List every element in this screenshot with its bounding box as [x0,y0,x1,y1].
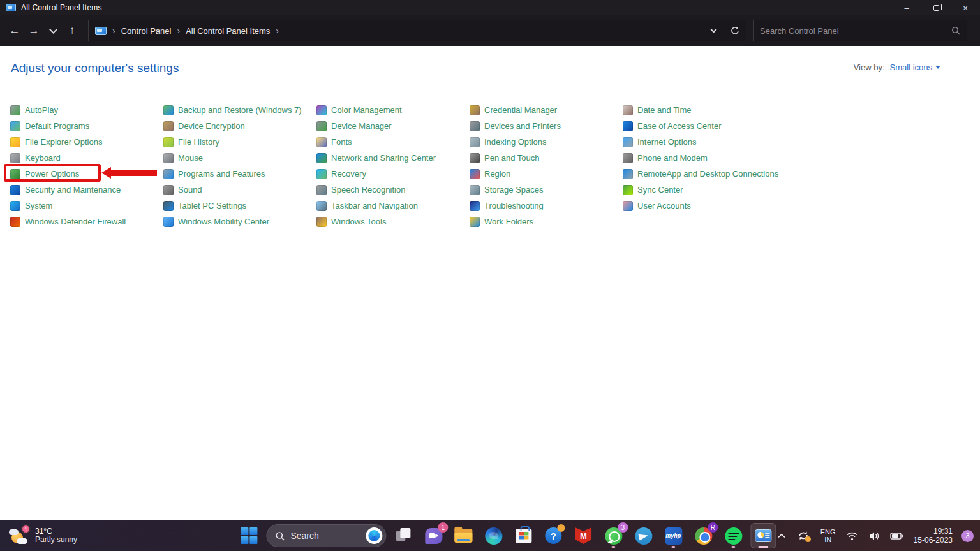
control-panel-item-file-history[interactable]: File History [163,134,311,150]
item-label: Troubleshooting [484,201,544,210]
control-panel-item-windows-tools[interactable]: Windows Tools [316,214,464,230]
file-explorer-button[interactable] [450,523,476,548]
control-panel-item-phone-and-modem[interactable]: Phone and Modem [623,150,771,166]
control-panel-item-ease-of-access-center[interactable]: Ease of Access Center [623,118,771,134]
control-panel-item-device-encryption[interactable]: Device Encryption [163,118,311,134]
battery-button[interactable] [887,523,907,548]
sync-status-button[interactable] [793,523,813,548]
control-panel-item-devices-and-printers[interactable]: Devices and Printers [470,118,618,134]
taskbar-search-label: Search [290,531,360,541]
edge-button[interactable] [480,523,506,548]
breadcrumb-all-items[interactable]: All Control Panel Items [186,26,270,36]
language-switcher[interactable]: ENG IN [817,523,839,548]
recent-pages-button[interactable] [43,21,63,40]
myhp-button[interactable]: myhp [660,523,686,548]
control-panel-item-credential-manager[interactable]: Credential Manager [470,102,618,118]
window-titlebar: All Control Panel Items – × [0,0,980,15]
address-bar[interactable]: › Control Panel › All Control Panel Item… [88,20,746,41]
weather-widget[interactable]: 1 31°C Partly sunny [9,527,149,545]
control-panel-item-storage-spaces[interactable]: Storage Spaces [470,182,618,198]
view-by-label: View by: [854,62,885,72]
minimize-button[interactable]: – [892,0,921,15]
control-panel-item-backup-and-restore-windows-7-[interactable]: Backup and Restore (Windows 7) [163,102,311,118]
partly-sunny-icon: 1 [9,527,29,545]
mouse-icon [163,153,174,163]
item-label: Work Folders [484,217,533,226]
control-panel-item-windows-defender-firewall[interactable]: Windows Defender Firewall [10,214,158,230]
control-panel-item-taskbar-and-navigation[interactable]: Taskbar and Navigation [316,198,464,214]
up-button[interactable]: ↑ [63,21,82,40]
control-panel-item-programs-and-features[interactable]: Programs and Features [163,166,311,182]
teams-chat-button[interactable]: 1 [420,523,446,548]
credential-manager-icon [470,105,480,115]
control-panel-item-autoplay[interactable]: AutoPlay [10,102,158,118]
network-and-sharing-center-icon [316,153,327,163]
speech-recognition-icon [316,185,327,195]
restore-button[interactable] [921,0,951,15]
control-panel-item-troubleshooting[interactable]: Troubleshooting [470,198,618,214]
running-indicator [671,546,675,548]
control-panel-search[interactable] [753,20,967,41]
control-panel-item-region[interactable]: Region [470,166,618,182]
task-view-button[interactable] [390,523,416,548]
control-panel-item-windows-mobility-center[interactable]: Windows Mobility Center [163,214,311,230]
system-tray: ENG IN 19:31 15-06-2023 3 [774,523,974,548]
start-button[interactable] [236,523,262,548]
view-by-dropdown[interactable]: Small icons [890,62,940,72]
weather-badge: 1 [21,524,31,534]
control-panel-item-security-and-maintenance[interactable]: Security and Maintenance [10,182,158,198]
control-panel-item-mouse[interactable]: Mouse [163,150,311,166]
back-button[interactable]: ← [5,21,24,40]
chrome-button[interactable]: R [690,523,716,548]
close-button[interactable]: × [951,0,980,15]
control-panel-item-default-programs[interactable]: Default Programs [10,118,158,134]
control-panel-item-sound[interactable]: Sound [163,182,311,198]
control-panel-item-date-and-time[interactable]: Date and Time [623,102,771,118]
control-panel-item-tablet-pc-settings[interactable]: Tablet PC Settings [163,198,311,214]
control-panel-item-recovery[interactable]: Recovery [316,166,464,182]
control-panel-item-fonts[interactable]: Fonts [316,134,464,150]
breadcrumb-separator: › [112,26,115,36]
chevron-down-icon [710,26,716,33]
control-panel-item-system[interactable]: System [10,198,158,214]
telegram-button[interactable] [630,523,656,548]
refresh-button[interactable] [724,20,746,41]
control-panel-item-device-manager[interactable]: Device Manager [316,118,464,134]
control-panel-item-remoteapp-and-desktop-connections[interactable]: RemoteApp and Desktop Connections [623,166,771,182]
wifi-button[interactable] [843,523,861,548]
chevron-down-icon [49,26,57,34]
item-label: Region [484,169,510,179]
items-column-5: Date and TimeEase of Access CenterIntern… [623,102,771,214]
control-panel-item-work-folders[interactable]: Work Folders [470,214,618,230]
control-panel-item-sync-center[interactable]: Sync Center [623,182,771,198]
mcafee-button[interactable]: M [570,523,596,548]
whatsapp-button[interactable]: 3 [600,523,626,548]
weather-condition: Partly sunny [35,536,77,544]
microsoft-store-button[interactable] [510,523,536,548]
control-panel-item-speech-recognition[interactable]: Speech Recognition [316,182,464,198]
taskbar-search[interactable]: Search [266,524,386,547]
search-input[interactable] [754,26,945,36]
control-panel-item-file-explorer-options[interactable]: File Explorer Options [10,134,158,150]
control-panel-item-pen-and-touch[interactable]: Pen and Touch [470,150,618,166]
control-panel-item-network-and-sharing-center[interactable]: Network and Sharing Center [316,150,464,166]
control-panel-app-icon [6,4,16,11]
control-panel-item-internet-options[interactable]: Internet Options [623,134,771,150]
control-panel-item-user-accounts[interactable]: User Accounts [623,198,771,214]
page-title: Adjust your computer's settings [11,61,179,75]
spotify-button[interactable] [720,523,746,548]
control-panel-taskbar-button[interactable] [750,523,776,548]
microsoft-store-icon [516,529,531,543]
control-panel-item-indexing-options[interactable]: Indexing Options [470,134,618,150]
dropdown-triangle-icon [935,66,940,69]
programs-and-features-icon [163,169,174,179]
forward-button[interactable]: → [24,21,43,40]
notification-count-badge[interactable]: 3 [961,530,974,542]
clock[interactable]: 19:31 15-06-2023 [910,523,956,548]
volume-button[interactable] [865,523,883,548]
item-label: Mouse [178,153,203,163]
control-panel-item-color-management[interactable]: Color Management [316,102,464,118]
address-dropdown-button[interactable] [702,20,724,41]
breadcrumb-control-panel[interactable]: Control Panel [121,26,172,36]
get-help-button[interactable]: ? [540,523,566,548]
